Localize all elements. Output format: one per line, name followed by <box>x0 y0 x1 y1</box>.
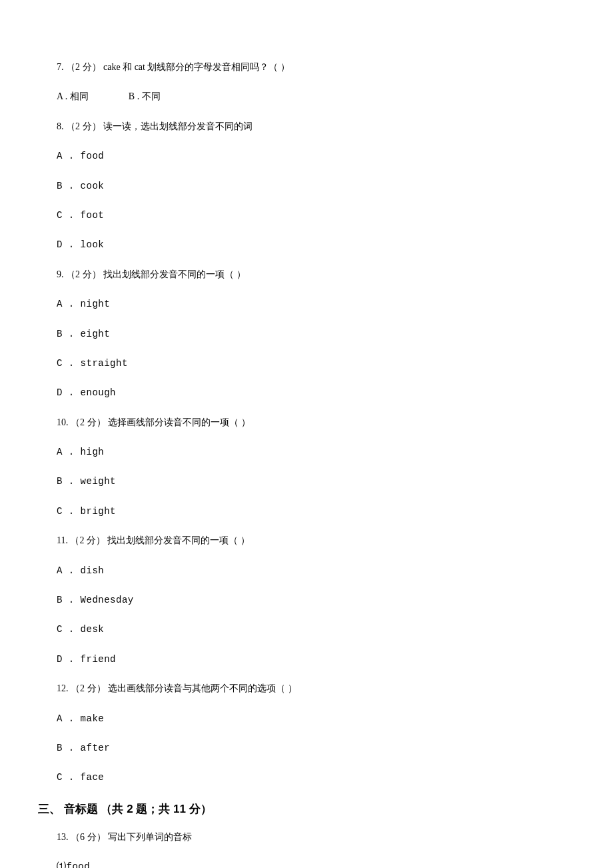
question-7-option-b: B . 不同 <box>129 89 161 104</box>
question-7-options: A . 相同 B . 不同 <box>57 89 556 104</box>
question-9-option-b: B . eight <box>57 327 556 341</box>
question-9-option-a: A . night <box>57 297 556 311</box>
question-8: 8. （2 分） 读一读，选出划线部分发音不同的词 A . food B . c… <box>57 119 556 253</box>
question-8-option-d: D . look <box>57 237 556 252</box>
question-12: 12. （2 分） 选出画线部分读音与其他两个不同的选项（ ） A . make… <box>57 681 556 785</box>
question-12-option-b: B . after <box>57 741 556 755</box>
fill-blank[interactable] <box>97 859 141 868</box>
question-12-option-a: A . make <box>57 711 556 726</box>
question-10-stem: 10. （2 分） 选择画线部分读音不同的一项（ ） <box>57 415 556 430</box>
question-11-option-b: B . Wednesday <box>57 593 556 607</box>
question-7-option-a: A . 相同 <box>57 89 89 104</box>
question-13: 13. （6 分） 写出下列单词的音标 ⑴food ⑵cool ⑶room ⑷s… <box>57 830 556 868</box>
question-8-stem: 8. （2 分） 读一读，选出划线部分发音不同的词 <box>57 119 556 134</box>
question-7: 7. （2 分） cake 和 cat 划线部分的字母发音相同吗？（ ） A .… <box>57 60 556 105</box>
question-8-option-c: C . foot <box>57 208 556 223</box>
question-11-option-c: C . desk <box>57 622 556 637</box>
question-13-sub-1: ⑴food <box>57 859 556 868</box>
question-9: 9. （2 分） 找出划线部分发音不同的一项（ ） A . night B . … <box>57 267 556 401</box>
question-9-stem: 9. （2 分） 找出划线部分发音不同的一项（ ） <box>57 267 556 282</box>
question-10-option-c: C . bright <box>57 504 556 519</box>
question-11-option-d: D . friend <box>57 652 556 667</box>
section-3-title: 三、 音标题 （共 2 题；共 11 分） <box>38 800 556 818</box>
question-12-stem: 12. （2 分） 选出画线部分读音与其他两个不同的选项（ ） <box>57 681 556 696</box>
question-8-option-b: B . cook <box>57 179 556 193</box>
question-9-option-c: C . straight <box>57 356 556 371</box>
question-9-option-d: D . enough <box>57 385 556 400</box>
question-7-stem: 7. （2 分） cake 和 cat 划线部分的字母发音相同吗？（ ） <box>57 60 556 75</box>
question-10-option-b: B . weight <box>57 474 556 489</box>
question-12-option-c: C . face <box>57 770 556 785</box>
question-8-option-a: A . food <box>57 149 556 163</box>
question-11-option-a: A . dish <box>57 563 556 578</box>
question-10-option-a: A . high <box>57 445 556 459</box>
question-10: 10. （2 分） 选择画线部分读音不同的一项（ ） A . high B . … <box>57 415 556 519</box>
page-content: 7. （2 分） cake 和 cat 划线部分的字母发音相同吗？（ ） A .… <box>0 0 613 868</box>
question-13-sub-1-text: ⑴food <box>57 861 96 868</box>
question-11: 11. （2 分） 找出划线部分发音不同的一项（ ） A . dish B . … <box>57 533 556 667</box>
question-11-stem: 11. （2 分） 找出划线部分发音不同的一项（ ） <box>57 533 556 548</box>
question-13-stem: 13. （6 分） 写出下列单词的音标 <box>57 830 556 845</box>
